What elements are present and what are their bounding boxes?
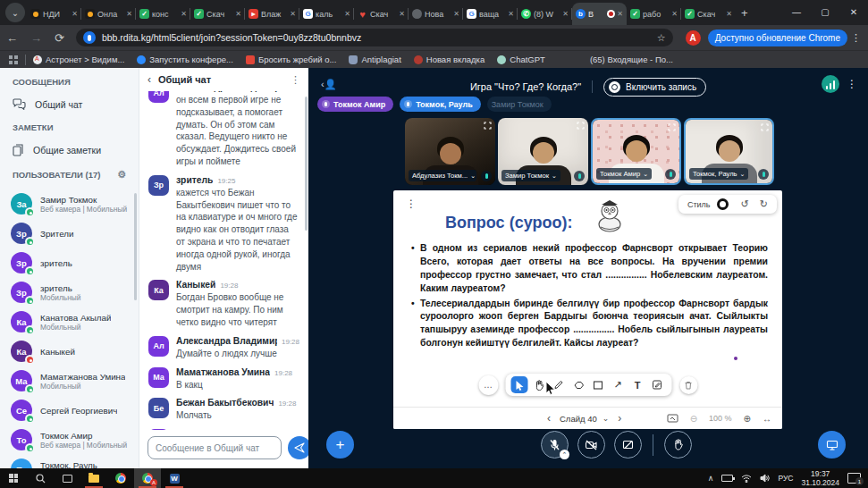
browser-tab[interactable]: НДИ✕ [27,3,81,25]
sticky-note-tool-button[interactable] [649,376,666,393]
taskbar-clock[interactable]: 19:37 31.10.2024 [801,469,839,487]
sidebar-item-shared-notes[interactable]: Общие заметки [0,140,139,160]
color-picker-icon[interactable] [717,198,729,210]
tab-close-icon[interactable]: ✕ [235,10,241,18]
tab-close-icon[interactable]: ✕ [453,10,459,18]
tab-close-icon[interactable]: ✕ [72,10,78,18]
minimize-presentation-icon[interactable] [667,414,678,423]
bookmark-item[interactable]: Астронет > Видим... [33,55,124,64]
users-scrollbar[interactable] [134,193,137,300]
tab-close-icon[interactable]: ✕ [562,10,569,18]
connection-status-icon[interactable] [822,75,839,93]
back-button[interactable]: ← [6,31,18,45]
browser-tab[interactable]: конс✕ [136,3,190,25]
user-list-item[interactable]: Зр зрительМобильный [0,279,139,306]
user-list-item[interactable]: То Токмок АмирВеб камера | Мобильный [0,426,139,453]
video-name-label[interactable]: Токмок Амир [596,168,652,180]
arrow-tool-button[interactable]: ↗ [610,376,627,393]
chrome-update-button[interactable]: Доступно обновление Chrome [708,29,847,46]
user-list-item[interactable]: Ма Маматжанова УминаМобильный [0,367,139,394]
bookmark-star-icon[interactable]: ☆ [657,32,666,44]
main-options-icon[interactable]: ⋮ [847,78,857,90]
camera-off-button[interactable] [577,431,605,459]
file-explorer-button[interactable] [80,468,107,488]
sidebar-item-public-chat[interactable]: Общий чат [0,95,139,114]
zoom-in-button[interactable]: ⊕ [744,414,751,424]
select-tool-button[interactable] [511,376,528,393]
bookmark-item[interactable]: Запустить конфере... [137,55,233,64]
video-tile[interactable]: Замир Токмок [498,118,588,185]
raise-hand-button[interactable] [664,431,692,459]
user-list-item[interactable]: Зр зритель [0,249,139,276]
window-minimize-button[interactable]: — [782,0,811,23]
chat-back-icon[interactable]: ‹ [147,73,151,86]
chrome-button[interactable] [107,468,134,488]
browser-tab[interactable]: Нова✕ [409,3,463,25]
bookmark-item[interactable]: ChatGPT [497,55,545,64]
presentation-whiteboard[interactable]: ⋮ Стиль ↺ ↻ Вопрос (суроо): [393,190,782,429]
start-recording-button[interactable]: Включить запись [603,78,706,97]
window-restore-button[interactable]: ▢ [811,0,839,23]
browser-tab[interactable]: Скач✕ [681,3,736,25]
tab-close-icon[interactable]: ✕ [126,10,132,18]
tab-close-icon[interactable]: ✕ [617,10,623,18]
start-button[interactable] [0,468,27,488]
video-tile[interactable]: Токмок Амир [591,118,681,185]
mic-permission-icon[interactable] [83,31,96,44]
tab-close-icon[interactable]: ✕ [671,10,678,18]
eraser-tool-button[interactable] [570,376,587,393]
fullscreen-icon[interactable] [761,123,769,131]
window-close-button[interactable]: ✕ [839,0,868,23]
browser-tab[interactable]: Онла✕ [81,3,136,25]
apps-grid-icon[interactable] [9,55,18,64]
chat-options-icon[interactable]: ⋮ [291,74,300,86]
chrome-profile-button[interactable]: A [134,468,161,488]
undo-icon[interactable]: ↺ [741,198,749,210]
browser-tab[interactable]: Скач✕ [190,3,245,25]
talker-pill[interactable]: Замир Токмок [487,97,552,112]
user-list-item[interactable]: Ка Канатова АкылайМобильный [0,308,139,335]
browser-tab[interactable]: ваща✕ [463,3,518,25]
user-list-item[interactable]: Зр Зрители [0,220,139,247]
reload-button[interactable]: ⟳ [55,31,64,45]
video-name-label[interactable]: Абдулазиз Токм... [409,170,476,181]
users-settings-gear-icon[interactable]: ⚙ [117,169,126,181]
browser-tab[interactable]: Скач✕ [354,3,409,25]
redo-icon[interactable]: ↻ [760,198,768,210]
address-input[interactable]: bbb.rdita.kg/html5client/join?sessionTok… [76,29,673,46]
text-tool-button[interactable]: T [629,376,646,393]
next-slide-button[interactable]: › [609,412,630,425]
talker-pill[interactable]: Токмок, Рауль [400,97,481,112]
tab-close-icon[interactable]: ✕ [508,10,514,18]
browser-tab-active[interactable]: В✕ [572,3,627,25]
browser-tab[interactable]: (8) W✕ [518,3,572,25]
bookmark-item[interactable]: Бросить жребий о... [246,55,337,64]
tab-close-icon[interactable]: ✕ [344,10,350,18]
mute-microphone-button[interactable]: ⌃ [541,431,569,459]
fullscreen-icon[interactable] [577,122,585,130]
tab-close-icon[interactable]: ✕ [290,10,296,18]
zoom-out-button[interactable]: ⊖ [690,414,697,424]
tab-search-button[interactable]: ⌄ [5,3,25,22]
more-tools-button[interactable]: … [478,375,498,395]
user-list-item[interactable]: Ка Каныкей [0,338,139,365]
task-view-button[interactable] [54,468,80,488]
user-list-item[interactable]: То Токмок, РаульВеб камера | Мобильный [0,456,139,468]
tray-expand-icon[interactable]: ∧ [708,474,714,483]
video-tile[interactable]: Токмок, Рауль [684,118,774,185]
language-indicator[interactable]: РУС [778,474,793,483]
talker-pill[interactable]: Токмок Амир [317,97,393,112]
previous-slide-button[interactable]: ‹ [538,412,560,425]
taskbar-search-button[interactable] [27,468,54,488]
fullscreen-icon[interactable] [484,122,492,130]
toggle-userlist-button[interactable]: ‹👤 [321,79,336,90]
bookmark-item[interactable]: (65) Входящие - По... [590,55,673,64]
fullscreen-icon[interactable] [668,123,676,131]
tab-close-icon[interactable]: ✕ [181,10,187,18]
bookmark-item[interactable]: Antiplagiat [349,55,400,64]
mic-settings-badge[interactable]: ⌃ [560,450,569,459]
browser-menu-icon[interactable]: ⋮ [851,32,861,44]
bookmark-item[interactable]: Новая вкладка [414,55,485,64]
word-button[interactable]: W [161,468,188,488]
fit-width-button[interactable]: ↔ [763,414,771,424]
